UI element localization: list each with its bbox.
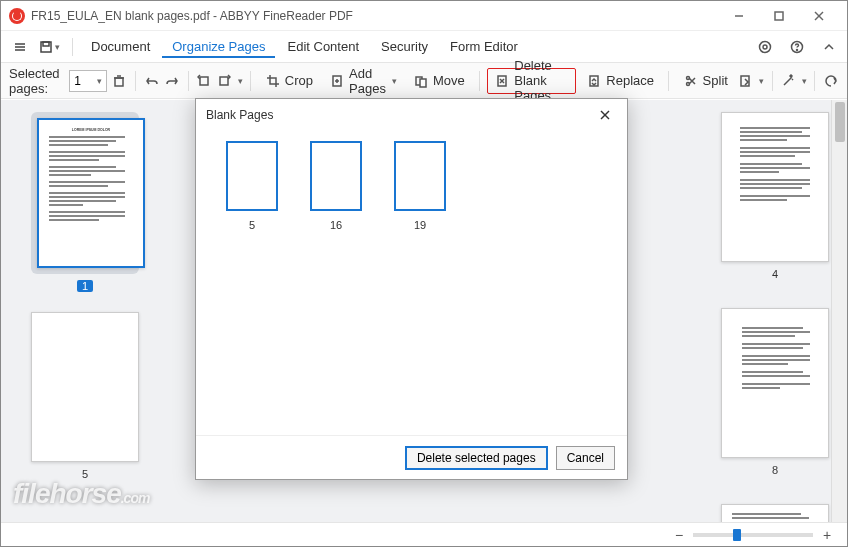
add-pages-button[interactable]: Add Pages▾ xyxy=(323,68,403,94)
svg-rect-8 xyxy=(43,42,49,46)
move-button[interactable]: Move xyxy=(407,68,471,94)
replace-button[interactable]: Replace xyxy=(580,68,660,94)
zoom-in-button[interactable]: + xyxy=(819,527,835,543)
page-thumb-1[interactable]: LOREM IPSUM DOLOR 1 xyxy=(31,112,139,292)
blank-page-5[interactable]: 5 xyxy=(226,141,278,231)
enhance-icon[interactable]: ▾ xyxy=(780,68,806,94)
redo-icon[interactable] xyxy=(164,68,180,94)
page-label-5: 5 xyxy=(31,468,139,480)
help-icon[interactable] xyxy=(785,35,809,59)
svg-rect-17 xyxy=(220,77,228,85)
maximize-button[interactable] xyxy=(759,2,799,30)
save-button[interactable]: ▾ xyxy=(35,38,64,56)
titlebar: FR15_EULA_EN blank pages.pdf - ABBYY Fin… xyxy=(1,1,847,31)
svg-rect-16 xyxy=(200,77,208,85)
selected-pages-label: Selected pages: xyxy=(9,66,61,96)
window-title: FR15_EULA_EN blank pages.pdf - ABBYY Fin… xyxy=(31,9,719,23)
svg-rect-22 xyxy=(420,79,426,87)
delete-selected-button[interactable]: Delete selected pages xyxy=(405,446,548,470)
blank-page-19[interactable]: 19 xyxy=(394,141,446,231)
svg-rect-13 xyxy=(115,78,123,86)
split-button[interactable]: Split xyxy=(677,68,734,94)
blank-pages-dialog: Blank Pages 5 16 19 Delete selected page… xyxy=(195,98,628,480)
app-icon xyxy=(9,8,25,24)
svg-rect-1 xyxy=(775,12,783,20)
back-icon[interactable] xyxy=(823,68,839,94)
page-thumb-8[interactable]: 8 xyxy=(721,308,829,476)
menu-organize-pages[interactable]: Organize Pages xyxy=(162,35,275,58)
page-thumb-4[interactable]: 4 xyxy=(721,112,829,280)
menu-security[interactable]: Security xyxy=(371,35,438,58)
menu-document[interactable]: Document xyxy=(81,35,160,58)
page-label-8: 8 xyxy=(721,464,829,476)
page-thumb-5[interactable]: 5 xyxy=(31,312,139,480)
dialog-close-button[interactable] xyxy=(593,103,617,127)
toolbar: Selected pages: 1▾ ▾ Crop Add Pages▾ Mov… xyxy=(1,63,847,99)
selected-pages-select[interactable]: 1▾ xyxy=(69,70,107,92)
rotate-left-icon[interactable] xyxy=(196,68,212,94)
close-button[interactable] xyxy=(799,2,839,30)
collapse-icon[interactable] xyxy=(817,35,841,59)
extract-icon[interactable]: ▾ xyxy=(738,68,764,94)
dialog-title: Blank Pages xyxy=(206,108,593,122)
zoom-slider[interactable] xyxy=(693,533,813,537)
zoom-out-button[interactable]: − xyxy=(671,527,687,543)
page-label-4: 4 xyxy=(721,268,829,280)
delete-icon[interactable] xyxy=(111,68,127,94)
page-thumb-partial[interactable] xyxy=(721,504,829,522)
blank-page-16[interactable]: 16 xyxy=(310,141,362,231)
minimize-button[interactable] xyxy=(719,2,759,30)
undo-icon[interactable] xyxy=(144,68,160,94)
crop-button[interactable]: Crop xyxy=(259,68,319,94)
svg-point-9 xyxy=(763,45,767,49)
vertical-scrollbar[interactable] xyxy=(831,100,847,522)
svg-point-12 xyxy=(797,49,798,50)
menu-form-editor[interactable]: Form Editor xyxy=(440,35,528,58)
footer: − + xyxy=(1,522,847,546)
settings-icon[interactable] xyxy=(753,35,777,59)
svg-point-10 xyxy=(760,41,771,52)
menu-edit-content[interactable]: Edit Content xyxy=(277,35,369,58)
rotate-right-icon[interactable]: ▾ xyxy=(216,68,242,94)
menubar: ▾ Document Organize Pages Edit Content S… xyxy=(1,31,847,63)
hamburger-menu[interactable] xyxy=(7,34,33,60)
delete-blank-pages-button[interactable]: Delete Blank Pages xyxy=(487,68,576,94)
page-label-1: 1 xyxy=(77,280,93,292)
cancel-button[interactable]: Cancel xyxy=(556,446,615,470)
